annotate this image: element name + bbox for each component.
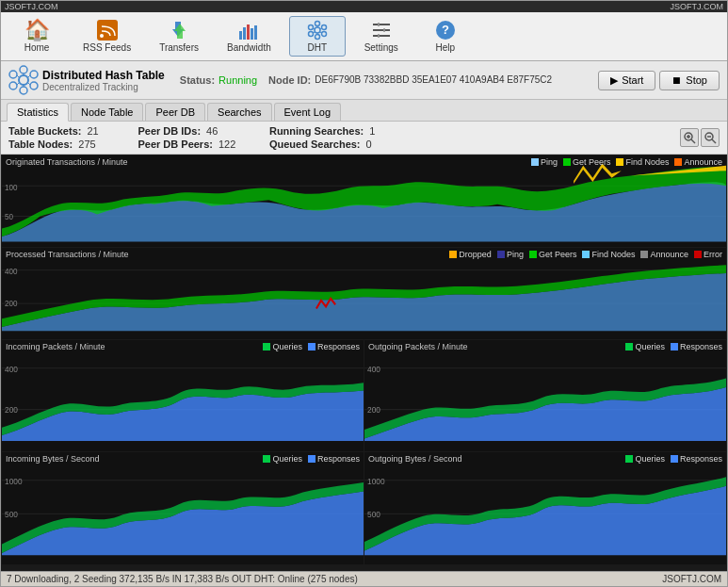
incoming-packets-legend: Queries Responses [263, 342, 360, 351]
peer-db-peers-value: 122 [218, 139, 247, 150]
svg-point-32 [30, 71, 38, 78]
tab-statistics[interactable]: Statistics [7, 103, 69, 122]
incoming-packets-svg: 400 200 [2, 340, 364, 452]
incoming-packets-title: Incoming Packets / Minute [6, 342, 105, 351]
tab-searches[interactable]: Searches [207, 103, 271, 121]
processed-chart: Processed Transactions / Minute Dropped … [2, 248, 726, 339]
home-icon: 🏠 [24, 20, 50, 41]
svg-text:1000: 1000 [5, 477, 22, 487]
svg-point-13 [315, 35, 319, 40]
node-id-label: Node ID: [268, 74, 311, 86]
stop-button[interactable]: ⏹ Stop [659, 71, 720, 90]
status-bar-watermark: JSOFTJ.COM [662, 574, 721, 584]
zoom-out-button[interactable] [701, 128, 720, 147]
originated-chart-legend: Ping Get Peers Find Nodes Announce [531, 157, 722, 167]
node-id-value: DE6F790B 73382BBD 35EA1E07 410A9AB4 E87F… [315, 74, 552, 86]
stats-buckets-nodes: Table Buckets: 21 Table Nodes: 275 [8, 125, 115, 150]
toolbar-help[interactable]: ? Help [417, 16, 474, 57]
bottom-charts-row: Incoming Packets / Minute Queries Respon… [2, 340, 726, 452]
svg-rect-7 [251, 28, 253, 40]
svg-rect-22 [373, 24, 390, 25]
tab-event-log[interactable]: Event Log [274, 103, 342, 121]
bandwidth-icon [238, 20, 259, 41]
svg-line-44 [691, 139, 695, 143]
outgoing-bytes-legend: Queries Responses [625, 454, 722, 464]
incoming-bytes-svg: 1000 500 [2, 452, 364, 564]
svg-text:400: 400 [5, 267, 18, 276]
start-button[interactable]: ▶ Start [598, 71, 655, 90]
svg-point-12 [321, 32, 326, 37]
svg-point-36 [9, 71, 17, 78]
zoom-in-button[interactable] [680, 128, 699, 147]
svg-text:400: 400 [5, 365, 18, 375]
toolbar-settings-label: Settings [364, 42, 398, 53]
tabs-bar: Statistics Node Table Peer DB Searches E… [1, 100, 727, 122]
watermark-bar: JSOFTJ.COM JSOFTJ.COM [1, 1, 727, 12]
transfers-icon [169, 20, 189, 41]
stats-row: Table Buckets: 21 Table Nodes: 275 Peer … [1, 122, 727, 155]
toolbar-help-label: Help [435, 42, 455, 53]
running-searches-label: Running Searches: [269, 125, 364, 137]
svg-point-9 [315, 27, 320, 33]
processed-chart-title: Processed Transactions / Minute [6, 250, 129, 259]
svg-rect-6 [247, 24, 250, 40]
toolbar-transfers[interactable]: Transfers [149, 16, 209, 57]
main-window: JSOFTJ.COM JSOFTJ.COM 🏠 Home RSS Feeds [0, 0, 728, 587]
svg-rect-5 [243, 27, 246, 40]
originated-chart-svg: 100 50 [2, 155, 726, 247]
toolbar-home-label: Home [24, 42, 50, 53]
svg-point-11 [321, 25, 326, 30]
status-bar: 7 Downloading, 2 Seeding 372,135 B/s IN … [1, 571, 727, 586]
toolbar-dht[interactable]: DHT [289, 16, 346, 57]
svg-text:500: 500 [5, 510, 18, 520]
toolbar-rss[interactable]: RSS Feeds [73, 16, 141, 57]
tab-node-table[interactable]: Node Table [71, 103, 143, 121]
stats-icons [680, 125, 720, 150]
svg-line-18 [320, 32, 322, 33]
toolbar-transfers-label: Transfers [159, 42, 199, 53]
incoming-packets-chart: Incoming Packets / Minute Queries Respon… [2, 340, 364, 452]
info-bar: Distributed Hash Table Decentralized Tra… [1, 61, 727, 100]
rss-icon [97, 20, 118, 41]
outgoing-bytes-svg: 1000 500 [364, 452, 726, 564]
svg-point-10 [315, 22, 319, 26]
svg-text:50: 50 [5, 212, 13, 221]
svg-text:100: 100 [5, 182, 18, 191]
dht-logo-icon [8, 65, 39, 95]
svg-point-31 [20, 66, 27, 73]
toolbar-bandwidth[interactable]: Bandwidth [217, 16, 282, 57]
node-id-field: Node ID: DE6F790B 73382BBD 35EA1E07 410A… [268, 74, 552, 86]
svg-point-15 [308, 25, 313, 30]
svg-point-30 [19, 75, 28, 85]
svg-rect-4 [239, 31, 242, 40]
toolbar-settings[interactable]: Settings [353, 16, 410, 57]
svg-rect-0 [97, 20, 118, 41]
incoming-bytes-chart: Incoming Bytes / Second Queries Response… [2, 452, 364, 564]
status-value: Running [218, 74, 257, 86]
stats-searches: Running Searches: 1 Queued Searches: 0 [269, 125, 397, 150]
tab-peer-db[interactable]: Peer DB [145, 103, 205, 121]
dht-subtitle: Decentralized Tracking [42, 82, 165, 92]
outgoing-bytes-chart: Outgoing Bytes / Second Queries Response… [364, 452, 726, 564]
svg-line-20 [313, 32, 315, 33]
info-buttons: ▶ Start ⏹ Stop [598, 71, 720, 90]
bytes-charts-row: Incoming Bytes / Second Queries Response… [2, 452, 726, 564]
svg-point-1 [100, 34, 104, 38]
svg-text:500: 500 [367, 510, 380, 520]
svg-line-38 [28, 75, 30, 77]
svg-rect-25 [378, 23, 380, 26]
originated-chart-title: Originated Transactions / Minute [6, 157, 128, 167]
peer-db-ids-label: Peer DB IDs: [138, 125, 201, 137]
table-buckets-value: 21 [87, 125, 115, 137]
dht-title: Distributed Hash Table [42, 69, 165, 82]
outgoing-packets-svg: 400 200 [364, 340, 726, 452]
svg-text:200: 200 [5, 404, 18, 415]
status-field: Status: Running [180, 74, 257, 86]
svg-text:1000: 1000 [367, 477, 384, 487]
status-label: Status: [180, 74, 215, 86]
dht-info-left: Distributed Hash Table Decentralized Tra… [8, 65, 165, 95]
processed-chart-legend: Dropped Ping Get Peers Find Nodes Announ… [449, 250, 722, 259]
settings-icon [371, 20, 392, 41]
toolbar-home[interactable]: 🏠 Home [8, 16, 65, 57]
table-buckets-label: Table Buckets: [8, 125, 81, 137]
